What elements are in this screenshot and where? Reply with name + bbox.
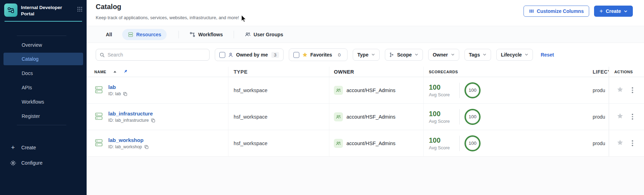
score-divider (459, 83, 460, 98)
row-menu-kebab-icon[interactable] (631, 140, 634, 147)
tab-resources-label: Resources (136, 32, 161, 37)
chevron-down-icon (483, 52, 486, 58)
catalog-table: NAME TYPE OWNER SCORECARDS LIFECY ACTION… (87, 67, 644, 157)
sort-ascending-icon (114, 71, 116, 73)
tags-dropdown[interactable]: Tags (464, 49, 491, 61)
tab-all[interactable]: All (101, 29, 117, 40)
tab-separator (178, 31, 179, 38)
reset-filters-link[interactable]: Reset (541, 52, 554, 58)
favorite-star-icon[interactable] (617, 86, 623, 94)
sidebar-item-workflows[interactable]: Workflows (0, 95, 87, 109)
column-actions-label: ACTIONS (614, 70, 633, 74)
lifecycle-dropdown-label: Lifecycle (501, 52, 522, 58)
row-menu-kebab-icon[interactable] (631, 113, 634, 120)
resource-stack-icon (94, 138, 103, 149)
avg-score-value: 100 (429, 83, 454, 91)
avg-score-label: Avg Score (429, 145, 454, 150)
tab-user-groups[interactable]: User Groups (240, 29, 288, 40)
copy-icon[interactable] (151, 118, 155, 123)
search-input[interactable] (108, 52, 206, 58)
tab-all-label: All (106, 32, 112, 37)
score-ring-value: 100 (466, 84, 479, 97)
sidebar-item-apis[interactable]: APIs (0, 80, 87, 95)
chevron-down-icon (371, 52, 375, 58)
tab-resources[interactable]: Resources (122, 29, 167, 40)
pin-icon[interactable] (123, 69, 128, 74)
plus-icon: + (599, 8, 603, 15)
search-icon (100, 52, 105, 58)
column-header-name[interactable]: NAME (87, 67, 228, 77)
column-header-type[interactable]: TYPE (228, 67, 329, 77)
owner-name[interactable]: account/HSF_Admins (346, 141, 395, 146)
sidebar-create-label: Create (21, 145, 36, 150)
avg-score-value: 100 (429, 136, 454, 144)
chevron-down-icon (525, 52, 528, 58)
table-row: lab_workshop ID: lab_workshop hsf_worksp… (87, 130, 644, 157)
owner-group-icon (334, 112, 343, 121)
scope-dropdown[interactable]: Scope (385, 49, 423, 61)
entity-name-link[interactable]: lab_workshop (108, 137, 149, 143)
sidebar-item-overview[interactable]: Overview (0, 38, 87, 52)
score-ring: 100 (464, 109, 481, 125)
tab-workflows[interactable]: Workflows (185, 29, 227, 40)
customize-columns-button[interactable]: Customize Columns (524, 6, 590, 17)
column-header-lifecycle[interactable]: LIFECY (593, 67, 609, 77)
entity-type: hsf_workspace (228, 77, 329, 103)
score-ring-value: 100 (466, 111, 479, 123)
type-dropdown-label: Type (357, 52, 368, 58)
sidebar-configure-label: Configure (21, 160, 43, 166)
type-dropdown[interactable]: Type (353, 49, 380, 61)
sidebar-item-register[interactable]: Register (0, 109, 87, 123)
favorite-star-icon[interactable] (617, 113, 623, 121)
owner-name[interactable]: account/HSF_Admins (346, 88, 395, 93)
sidebar-divider (17, 125, 66, 125)
sidebar-footer: + Create Configure (0, 140, 87, 171)
page-title: Catalog (96, 3, 121, 11)
sidebar-configure-button[interactable]: Configure (0, 155, 87, 171)
column-header-owner[interactable]: OWNER (329, 67, 423, 77)
owner-name[interactable]: account/HSF_Admins (346, 114, 395, 120)
catalog-tabbar: All Resources Workflows (87, 26, 644, 43)
entity-lifecycle: produ (593, 104, 609, 130)
favorites-filter[interactable]: Favorites 0 (289, 48, 348, 61)
create-button[interactable]: + Create (594, 6, 633, 17)
favorites-count: 0 (336, 52, 343, 58)
tab-separator (234, 31, 234, 38)
tags-dropdown-label: Tags (469, 52, 480, 58)
owned-by-me-filter[interactable]: Owned by me 3 (215, 48, 284, 61)
copy-icon[interactable] (144, 145, 149, 149)
owned-by-me-label: Owned by me (236, 52, 268, 58)
favorites-checkbox[interactable] (293, 52, 299, 58)
sidebar: Internal Developer Portal Overview Catal… (0, 0, 87, 195)
chevron-down-icon (415, 52, 418, 58)
entity-lifecycle: produ (593, 130, 609, 156)
row-menu-kebab-icon[interactable] (631, 87, 634, 94)
entity-type: hsf_workspace (228, 104, 329, 130)
column-scorecards-label: SCORECARDS (429, 70, 458, 74)
owned-by-me-checkbox[interactable] (219, 52, 225, 58)
copy-icon[interactable] (123, 92, 127, 96)
user-groups-icon (245, 32, 251, 37)
column-owner-label: OWNER (334, 69, 354, 75)
chevron-down-icon (451, 52, 455, 58)
gear-icon (10, 160, 16, 166)
sidebar-nav: Overview Catalog Docs APIs Workflows Reg… (0, 36, 87, 123)
tab-workflows-label: Workflows (198, 32, 223, 37)
main-content: Catalog Keep track of applications, serv… (87, 0, 644, 195)
score-divider (459, 136, 460, 151)
owner-group-icon (334, 139, 343, 148)
sidebar-create-button[interactable]: + Create (0, 140, 87, 155)
lifecycle-dropdown[interactable]: Lifecycle (496, 49, 533, 61)
sidebar-item-docs[interactable]: Docs (0, 66, 87, 80)
column-header-actions: ACTIONS (609, 67, 644, 77)
favorite-star-icon[interactable] (617, 139, 623, 147)
owner-dropdown[interactable]: Owner (428, 49, 459, 61)
workflow-icon (190, 32, 195, 37)
sidebar-item-catalog[interactable]: Catalog (3, 53, 83, 65)
entity-name-link[interactable]: lab (108, 84, 127, 90)
table-row: lab ID: lab hsf_workspace (87, 77, 644, 104)
owner-group-icon (334, 86, 343, 95)
column-header-scorecards[interactable]: SCORECARDS (423, 67, 593, 77)
entity-name-link[interactable]: lab_infrastructure (108, 111, 155, 117)
app-switcher-grid-icon[interactable] (77, 7, 82, 13)
